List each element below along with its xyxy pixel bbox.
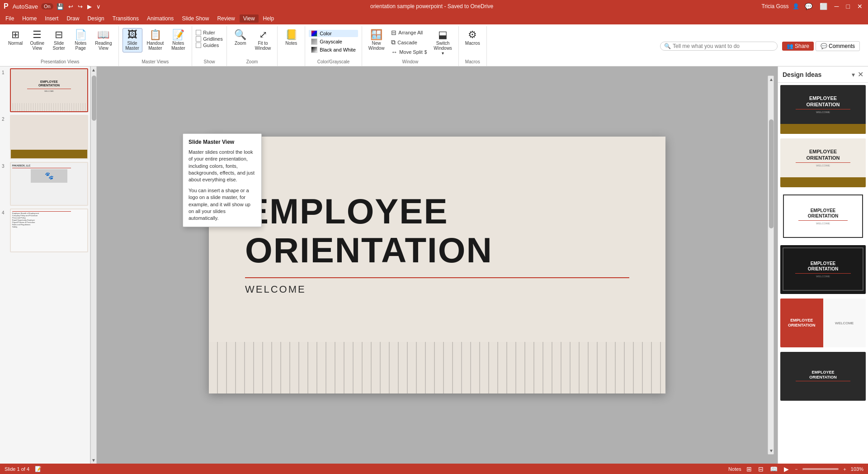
vscroll-up[interactable]: ▲	[91, 66, 96, 73]
slide-editor[interactable]: Slide Master View Master slides control …	[97, 66, 778, 464]
guides-checkbox[interactable]: Guides	[196, 43, 222, 48]
zoom-minus[interactable]: －	[794, 466, 799, 473]
menu-slideshow[interactable]: Slide Show	[178, 14, 212, 23]
slide-thumb-1[interactable]: 1 EMPLOYEEORIENTATION WELCOME	[2, 68, 88, 112]
editor-vscroll-track[interactable]	[768, 83, 774, 447]
notes-status-label[interactable]: Notes	[728, 466, 741, 472]
master-views-items: 🖼 Slide Master 📋 Handout Master 📝 Notes …	[123, 26, 189, 58]
editor-vscroll-down[interactable]: ▼	[768, 447, 774, 454]
search-box[interactable]: 🔍	[660, 42, 778, 51]
menu-draw[interactable]: Draw	[63, 14, 83, 23]
presentation-views-items: ⊞ Normal ☰ Outline View ⊟ Slide Sorter 📄…	[5, 26, 115, 58]
share-button[interactable]: 👥 Share	[782, 42, 814, 51]
comments-panel-button[interactable]: 💬 Comments	[816, 41, 860, 51]
ribbon-display[interactable]: ⬜	[818, 3, 829, 10]
slide-inner-4: Employee Benefit of Employment Company P…	[11, 209, 87, 251]
macros-label: Macros	[465, 41, 480, 46]
design-panel-close-button[interactable]: ✕	[858, 70, 863, 79]
notes-master-label2: Master	[171, 46, 185, 51]
reading-view-button[interactable]: 📖 Reading View	[92, 28, 114, 52]
design-idea-5[interactable]: EMPLOYEEORIENTATION WELCOME	[780, 298, 866, 348]
notes-button[interactable]: 📒 Notes	[281, 28, 301, 47]
editor-vscroll-up[interactable]: ▲	[768, 76, 774, 83]
gridlines-checkbox[interactable]: Gridlines	[196, 36, 222, 42]
design-idea-4[interactable]: EMPLOYEEORIENTATION WELCOME	[780, 245, 866, 294]
zoom-button[interactable]: 🔍 Zoom	[231, 28, 250, 47]
new-window-button[interactable]: 🪟 New Window	[366, 28, 387, 52]
outline-view-button[interactable]: ☰ Outline View	[27, 28, 47, 52]
design-idea-2[interactable]: EMPLOYEEORIENTATION WELCOME	[780, 138, 866, 188]
slideshow-status-btn[interactable]: ▶	[783, 465, 790, 473]
editor-vscroll[interactable]: ▲ ▼	[768, 76, 774, 455]
editor-vscroll-thumb[interactable]	[769, 119, 774, 229]
window-items: 🪟 New Window ⊟ Arrange All ⧉ Cascade ↔	[366, 26, 455, 58]
handout-master-button[interactable]: 📋 Handout Master	[144, 28, 167, 52]
slide-thumb-4[interactable]: 4 Employee Benefit of Employment Company…	[2, 209, 88, 252]
idea-6-thumb: EMPLOYEEORIENTATION	[780, 352, 866, 401]
slide-image-1: EMPLOYEEORIENTATION WELCOME	[10, 68, 88, 112]
slide-thumb-2[interactable]: 2	[2, 115, 88, 159]
menu-design[interactable]: Design	[84, 14, 108, 23]
slide-sorter-label: Slide	[54, 41, 64, 46]
arrange-all-button[interactable]: ⊟ Arrange All	[389, 28, 429, 37]
restore-button[interactable]: □	[844, 3, 852, 10]
design-idea-6[interactable]: EMPLOYEEORIENTATION	[780, 351, 866, 401]
new-window-label: New	[372, 41, 381, 46]
reading-view-status-btn[interactable]: 📖	[769, 465, 779, 473]
redo-button[interactable]: ↪	[76, 2, 84, 11]
fit-to-window-label2: Window	[255, 46, 271, 51]
close-button[interactable]: ✕	[855, 3, 864, 10]
save-button[interactable]: 💾	[55, 2, 65, 11]
notes-master-button[interactable]: 📝 Notes Master	[168, 28, 188, 52]
idea-1-line	[796, 109, 850, 109]
idea-5-thumb: EMPLOYEEORIENTATION WELCOME	[780, 299, 866, 347]
fit-to-window-button[interactable]: ⤢ Fit to Window	[252, 28, 274, 52]
switch-windows-button[interactable]: ⬓ Switch Windows ▾	[431, 28, 455, 57]
menu-review[interactable]: Review	[213, 14, 238, 23]
idea-4-line	[795, 273, 851, 274]
menu-home[interactable]: Home	[19, 14, 40, 23]
more-qat[interactable]: ∨	[95, 2, 102, 11]
present-button[interactable]: ▶	[86, 2, 93, 11]
minimize-button[interactable]: ─	[833, 3, 841, 10]
slide-sorter-status-btn[interactable]: ⊟	[757, 465, 765, 473]
autosave-state[interactable]: On	[41, 3, 53, 9]
vscroll-down[interactable]: ▼	[91, 457, 96, 464]
menu-transitions[interactable]: Transitions	[109, 14, 142, 23]
menu-animations[interactable]: Animations	[143, 14, 177, 23]
slide-canvas[interactable]: EMPLOYEE ORIENTATION WELCOME	[209, 137, 665, 393]
vscroll-thumb[interactable]	[92, 76, 96, 121]
slide-master-button[interactable]: 🖼 Slide Master	[123, 28, 142, 52]
search-input[interactable]	[673, 43, 763, 49]
panel-vscroll[interactable]: ▲ ▼	[90, 66, 97, 464]
design-idea-3[interactable]: EMPLOYEEORIENTATION WELCOME	[780, 191, 866, 241]
color-button[interactable]: Color	[309, 30, 358, 37]
ruler-checkbox[interactable]: Ruler	[196, 30, 222, 35]
menu-help[interactable]: Help	[259, 14, 278, 23]
notes-page-button[interactable]: 📄 Notes Page	[71, 28, 90, 52]
slide-sorter-button[interactable]: ⊟ Slide Sorter	[49, 28, 69, 52]
menu-insert[interactable]: Insert	[41, 14, 62, 23]
design-panel-dropdown[interactable]: ▾	[852, 71, 855, 78]
menu-view[interactable]: View	[240, 14, 259, 23]
vscroll-track[interactable]	[91, 73, 96, 457]
cascade-button[interactable]: ⧉ Cascade	[389, 38, 429, 47]
slide-subtitle: WELCOME	[245, 284, 629, 295]
autosave-toggle[interactable]: AutoSave	[11, 2, 39, 11]
normal-view-button[interactable]: ⊞ Normal	[5, 28, 25, 47]
black-white-button[interactable]: Black and White	[309, 46, 358, 53]
notes-page-icon: 📄	[75, 30, 87, 40]
comments-button[interactable]: 💬	[803, 3, 814, 10]
design-idea-1[interactable]: EMPLOYEEORIENTATION WELCOME	[780, 85, 866, 134]
bw-label: Black and White	[320, 47, 355, 52]
grayscale-button[interactable]: Grayscale	[309, 38, 358, 45]
undo-button[interactable]: ↩	[67, 2, 75, 11]
menu-file[interactable]: File	[2, 14, 18, 23]
move-split-button[interactable]: ↔ Move Split $	[389, 47, 429, 57]
macros-button[interactable]: ⚙ Macros	[462, 28, 483, 47]
zoom-plus[interactable]: ＋	[842, 466, 847, 473]
zoom-slider[interactable]	[802, 468, 839, 470]
design-ideas-list: EMPLOYEEORIENTATION WELCOME EMPLOYEEORIE…	[778, 83, 868, 464]
slide-thumb-3[interactable]: 3 PAKADECK, LLC 🐾	[2, 162, 88, 206]
normal-view-status-btn[interactable]: ⊞	[745, 465, 753, 473]
